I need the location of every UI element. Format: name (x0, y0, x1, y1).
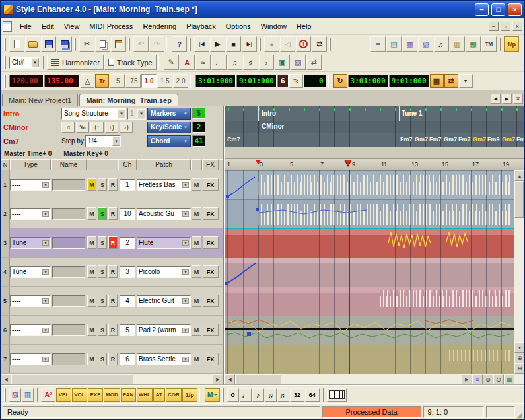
header-n[interactable]: N (1, 159, 10, 170)
chord-label[interactable]: Cm7 (227, 136, 240, 143)
tab-new-project[interactable]: Main: New Project1 (2, 94, 78, 106)
record-button[interactable]: ● (264, 36, 279, 52)
channel-cell[interactable]: 1 (120, 179, 135, 191)
fx-button[interactable]: FX (203, 295, 219, 307)
toolbar-grip[interactable] (158, 56, 160, 69)
channel-cell[interactable]: 6 (120, 353, 135, 365)
minimize-button[interactable]: – (475, 3, 489, 16)
channel-cell[interactable]: 2 (120, 237, 135, 249)
text-tool-button[interactable]: A (180, 55, 195, 70)
fx-button[interactable]: FX (203, 353, 219, 365)
scroll-up-button[interactable]: ▲ (514, 170, 524, 181)
chord-button[interactable]: Chord ▼ (147, 135, 191, 147)
sixteenth-note-button[interactable]: ♬ (277, 388, 289, 402)
tempo-alt-lcd[interactable]: 120.00 (9, 75, 44, 87)
hscroll-track[interactable] (11, 374, 213, 385)
quantize-display-button[interactable]: 1/p (504, 36, 519, 52)
quantize-lane-button[interactable]: 1/p (182, 388, 197, 402)
view-notation-button[interactable]: ♬ (434, 36, 449, 52)
track-name-cell[interactable] (52, 237, 85, 249)
time-from-lcd[interactable]: 3:01:000 (195, 75, 236, 87)
toolbar-grip[interactable] (128, 38, 130, 51)
header-mix[interactable] (191, 159, 202, 170)
loop-to-lcd[interactable]: 9:01:000 (389, 75, 429, 87)
close-button[interactable]: × (508, 3, 522, 16)
tempo-scale-10[interactable]: 1.0 (141, 74, 157, 88)
toolbar-grip[interactable] (189, 38, 191, 51)
eighth-note-button[interactable]: ♪ (252, 388, 264, 402)
mix-button[interactable]: M (192, 178, 201, 191)
track-row-6[interactable]: 6 ----▼ M S R 5 Pad 2 (warm▼ M FX (1, 316, 223, 345)
mute-button[interactable]: M (87, 353, 96, 365)
track-type-select[interactable]: ----▼ (10, 353, 51, 365)
tempo-scale-15[interactable]: 1.5 (157, 74, 172, 88)
track-type-select[interactable]: Tune▼ (10, 266, 51, 278)
solo-button[interactable]: S (98, 295, 107, 307)
zoom-in-button[interactable]: ⊕ (514, 353, 524, 363)
measure-count-lcd[interactable]: 6 (277, 75, 289, 87)
mix-button[interactable]: M (192, 324, 201, 336)
tab-next-button[interactable]: ▶ (502, 94, 512, 104)
patch-select[interactable]: Flute▼ (137, 237, 191, 249)
mute-button[interactable]: M (87, 178, 96, 191)
menu-midi-process[interactable]: MIDI Process (85, 20, 137, 33)
correction-lane-button[interactable]: COR (166, 388, 182, 402)
mix-button[interactable]: M (192, 353, 201, 365)
whole-note-button[interactable]: o (227, 388, 239, 402)
patch-select[interactable]: Electric Guit▼ (137, 295, 191, 307)
mdi-close-button[interactable]: × (512, 22, 522, 31)
menu-window[interactable]: Window (256, 20, 291, 33)
metronome-button[interactable]: △ (81, 74, 94, 88)
track-type-select[interactable]: ----▼ (10, 179, 51, 191)
menu-view[interactable]: View (59, 20, 85, 33)
channel-cell[interactable]: 4 (120, 295, 135, 307)
notes-tool-button[interactable]: ♫ (227, 55, 242, 70)
track-row-5[interactable]: 5 ----▼ M S R 4 Electric Guit▼ M FX (1, 287, 223, 316)
toolbar-grip[interactable] (222, 388, 224, 402)
hscroll-track[interactable] (235, 374, 462, 385)
swap-button[interactable]: ⇄ (312, 36, 327, 52)
channel-cell[interactable]: 5 (120, 324, 135, 336)
volume-lane-button[interactable]: VOL (72, 388, 87, 402)
section-label-intro[interactable]: Intro (262, 110, 276, 117)
scroll-left-button[interactable]: ◀ (1, 374, 11, 385)
mix-button[interactable]: M (192, 207, 201, 220)
play-button[interactable]: ▶ (210, 36, 225, 52)
tempo-scale-05[interactable]: .5 (110, 74, 125, 88)
pan-lane-button[interactable]: PAN (121, 388, 136, 402)
section-marker-triangle[interactable] (256, 160, 261, 165)
track-type-select[interactable]: ----▼ (10, 295, 51, 307)
velocity-lane-button[interactable]: VEL (56, 388, 71, 402)
solo-button[interactable]: S (98, 324, 107, 336)
mute-button[interactable]: M (87, 295, 96, 307)
hzoom-in-button[interactable]: ⊕ (483, 374, 493, 385)
aftertouch-lane-button[interactable]: AT (153, 388, 165, 402)
channel-select[interactable]: Ch# ▼ (9, 57, 40, 69)
toolbar-grip[interactable] (329, 38, 331, 51)
mix-button[interactable]: M (192, 295, 201, 307)
scroll-right-button[interactable]: ▶ (462, 374, 472, 385)
track-name-cell[interactable] (52, 266, 85, 278)
toolbar-grip[interactable] (4, 388, 6, 402)
toolbar-grip[interactable] (328, 75, 330, 88)
solo-button[interactable]: S (98, 265, 107, 278)
marker-tool-button[interactable]: ▣ (275, 55, 290, 70)
solo-button[interactable]: S (98, 178, 107, 191)
tab-prev-button[interactable]: ◀ (491, 94, 501, 104)
fx-button[interactable]: FX (203, 265, 219, 278)
record-arm-button[interactable]: R (108, 207, 118, 220)
tc-button[interactable]: Tc (289, 74, 303, 88)
loop-from-lcd[interactable]: 3:01:000 (348, 75, 388, 87)
time-to-lcd[interactable]: 9:01:000 (236, 75, 277, 87)
hzoom-out-button[interactable]: ⊖ (493, 374, 504, 385)
header-name[interactable]: Name (51, 159, 87, 170)
menu-rendering[interactable]: Rendering (138, 20, 181, 33)
menu-playback[interactable]: Playback (182, 20, 221, 33)
redo-button[interactable]: ↷ (149, 36, 164, 52)
exchange-tool-button[interactable]: ⇄ (306, 55, 322, 70)
hatch-draw-button[interactable]: ▨ (9, 388, 21, 402)
toolbar-grip[interactable] (190, 75, 192, 88)
toolbar-grip[interactable] (199, 388, 201, 402)
view-keyboard-button[interactable]: ▩ (466, 36, 481, 52)
menu-edit[interactable]: Edit (37, 20, 59, 33)
